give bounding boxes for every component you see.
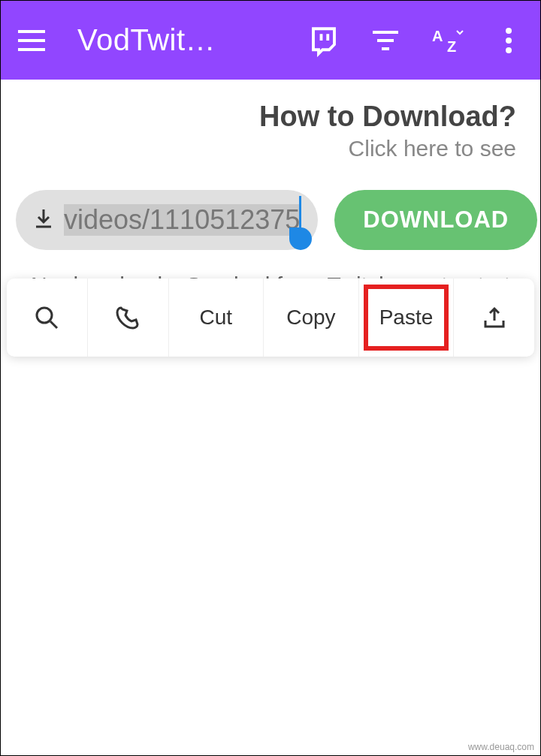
svg-text:Z: Z xyxy=(447,38,456,55)
svg-text:A: A xyxy=(432,28,443,44)
svg-point-4 xyxy=(506,47,512,53)
context-menu: Cut Copy Paste xyxy=(7,279,534,357)
search-menu-item[interactable] xyxy=(7,279,88,357)
cut-menu-item[interactable]: Cut xyxy=(169,279,264,357)
share-menu-item[interactable] xyxy=(454,279,534,357)
app-title: VodTwit… xyxy=(77,23,307,57)
input-row: videos/1110512375 DOWNLOAD xyxy=(16,190,525,250)
call-menu-item[interactable] xyxy=(88,279,169,357)
cursor-handle[interactable] xyxy=(289,227,312,250)
sort-az-icon[interactable]: AZ xyxy=(431,24,464,57)
watermark: www.deuaq.com xyxy=(468,742,534,752)
help-title: How to Download? xyxy=(16,101,516,133)
url-input[interactable]: videos/1110512375 xyxy=(16,190,318,250)
copy-menu-item[interactable]: Copy xyxy=(264,279,359,357)
app-bar-actions: AZ xyxy=(307,24,525,57)
svg-point-5 xyxy=(37,308,52,323)
download-button[interactable]: DOWNLOAD xyxy=(334,190,537,250)
paste-menu-item[interactable]: Paste xyxy=(359,279,455,357)
help-subtitle: Click here to see xyxy=(16,136,516,161)
svg-point-2 xyxy=(506,28,512,34)
menu-icon[interactable] xyxy=(16,25,47,56)
paste-label: Paste xyxy=(379,306,434,330)
app-bar: VodTwit… AZ xyxy=(1,1,540,80)
download-icon xyxy=(34,208,53,232)
help-section[interactable]: How to Download? Click here to see xyxy=(16,95,525,161)
twitch-icon[interactable] xyxy=(307,24,340,57)
more-icon[interactable] xyxy=(492,24,525,57)
svg-point-3 xyxy=(506,38,512,44)
filter-icon[interactable] xyxy=(369,24,402,57)
url-text: videos/1110512375 xyxy=(64,204,300,236)
